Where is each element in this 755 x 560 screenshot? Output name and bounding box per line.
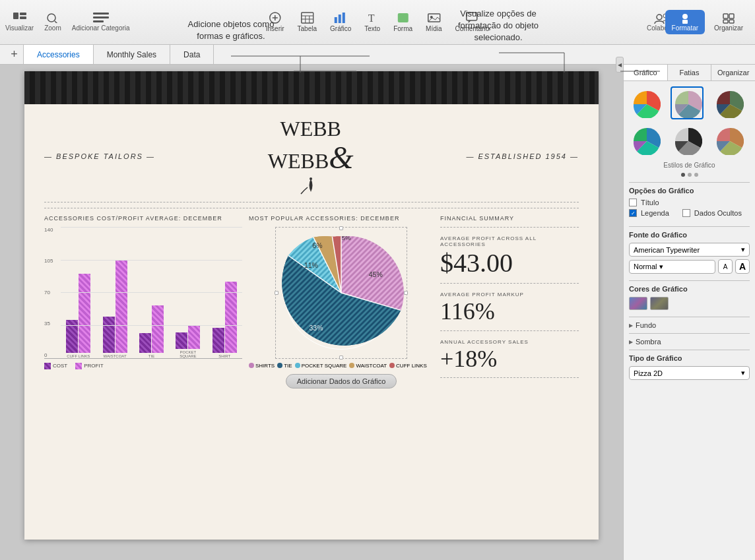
insert-button[interactable]: Inserir	[262, 9, 288, 35]
chart-type-chevron: ▾	[741, 369, 745, 377]
tab-right-area	[214, 45, 755, 64]
legend-profit-label: PROFIT	[84, 363, 103, 369]
shadow-disclosure[interactable]: ▶ Sombra	[629, 338, 750, 346]
add-category-button[interactable]: Adicionar Categoria	[72, 13, 130, 32]
panel-collapse-arrow[interactable]: ◀	[616, 57, 624, 73]
page-content: — BESPOKE TAILORS — WEBB WEBB& — ESTABLI…	[24, 104, 599, 402]
chart-type-value: Pizza 2D	[634, 369, 663, 377]
font-style-select[interactable]: Normal ▾	[629, 260, 715, 274]
markup-label: AVERAGE PROFIT MARKUP	[440, 292, 579, 297]
chart-label: Gráfico	[330, 25, 351, 32]
svg-rect-26	[398, 13, 409, 22]
fin-dashed-3	[440, 330, 579, 331]
add-tab-button[interactable]: +	[5, 45, 24, 64]
chart-type-select[interactable]: Pizza 2D ▾	[629, 366, 750, 380]
organize-button[interactable]: Organizar	[707, 10, 750, 34]
panel-tab-organizar[interactable]: Organizar	[711, 65, 755, 80]
brand-left-text: — BESPOKE TAILORS —	[44, 152, 155, 160]
option-title-row: Título	[629, 199, 750, 206]
title-checkbox[interactable]	[629, 199, 637, 206]
bar-group-waistcoat: WAISTCOAT	[102, 261, 128, 358]
pie-legend-pocket: POCKET SQUARE	[295, 363, 347, 369]
y-label-140: 140	[44, 227, 53, 233]
resize-handle-right[interactable]	[404, 291, 408, 295]
bar-profit-shirt	[225, 282, 237, 353]
format-button[interactable]: Formatar	[665, 10, 706, 34]
svg-point-32	[682, 14, 688, 19]
chart-button[interactable]: Gráfico	[326, 9, 355, 35]
pie-legend-pocket-dot	[295, 363, 300, 368]
canvas-area[interactable]: — BESPOKE TAILORS — WEBB WEBB& — ESTABLI…	[0, 65, 623, 560]
font-name-value: American Typewriter	[634, 246, 700, 254]
font-size-small-btn[interactable]: A	[718, 259, 733, 274]
svg-rect-8	[20, 16, 26, 19]
text-button[interactable]: T Texto	[360, 9, 384, 35]
chart-style-6[interactable]	[712, 123, 745, 156]
table-label: Tabela	[298, 25, 317, 32]
resize-handle-top[interactable]	[339, 226, 343, 230]
comment-button[interactable]: Comentário	[451, 9, 494, 35]
bar-pair-cuff-links	[66, 274, 90, 353]
color-swatch-1[interactable]	[629, 297, 647, 310]
legend-checkbox[interactable]	[629, 209, 637, 217]
media-button[interactable]: Mídia	[422, 9, 445, 35]
chart-style-1[interactable]	[629, 86, 662, 119]
bar-chart-title: ACCESSORIES COST/PROFIT AVERAGE: DECEMBE…	[44, 215, 242, 222]
chart-style-2[interactable]	[671, 86, 704, 119]
font-style-chevron: ▾	[659, 263, 663, 270]
pie-legend-waistcoat-dot	[349, 363, 354, 368]
color-swatch-2[interactable]	[650, 297, 669, 310]
svg-rect-36	[723, 20, 728, 23]
pie-legend: SHIRTS TIE POCKET SQUARE	[249, 363, 434, 369]
divider-4	[629, 317, 750, 317]
svg-rect-29	[466, 13, 476, 20]
font-size-large-btn[interactable]: A	[735, 259, 750, 274]
resize-handle-left[interactable]	[275, 291, 279, 295]
hidden-data-checkbox[interactable]	[682, 209, 690, 217]
zoom-button[interactable]: Zoom	[44, 13, 61, 32]
bar-label-tie: TIE	[138, 354, 164, 358]
organize-label: Organizar	[714, 24, 743, 32]
pie-legend-pocket-label: POCKET SQUARE	[302, 363, 347, 369]
bar-group-pocket-square: POCKET SQUARE	[175, 325, 201, 358]
add-chart-data-button[interactable]: Adicionar Dados do Gráfico	[286, 374, 397, 389]
background-disclosure[interactable]: ▶ Fundo	[629, 321, 750, 329]
chart-style-3[interactable]	[712, 86, 745, 119]
divider-3	[629, 280, 750, 281]
legend-profit: PROFIT	[75, 363, 103, 369]
pie-legend-tie-label: TIE	[284, 363, 292, 369]
tab-accessories[interactable]: Accessories	[24, 45, 94, 64]
divider-1	[629, 182, 750, 183]
toolbar-right: Formatar Organizar	[665, 10, 750, 34]
view-button[interactable]: Visualizar	[5, 13, 34, 32]
bar-chart-column: ACCESSORIES COST/PROFIT AVERAGE: DECEMBE…	[44, 215, 242, 389]
bar-pair-waistcoat	[103, 261, 127, 353]
font-style-value: Normal	[634, 263, 657, 270]
y-label-0: 0	[44, 352, 53, 358]
panel-tab-fatias[interactable]: Fatias	[668, 65, 712, 80]
dot-3[interactable]	[694, 173, 698, 177]
legend-cost-icon	[44, 363, 51, 369]
svg-rect-17	[301, 13, 313, 23]
panel-tab-grafico[interactable]: Gráfico	[624, 65, 668, 80]
pie-pct-cuff: 5%	[342, 234, 351, 241]
dot-2[interactable]	[688, 173, 692, 177]
brand-name-line2: WEBB&	[268, 140, 354, 175]
background-label: Fundo	[636, 321, 656, 329]
resize-handle-bottom[interactable]	[339, 356, 343, 359]
tab-data[interactable]: Data	[170, 45, 214, 64]
font-name-select[interactable]: American Typewriter ▾	[629, 243, 750, 257]
text-label: Texto	[364, 25, 380, 32]
table-button[interactable]: Tabela	[294, 9, 321, 35]
panel-body: Estilos de Gráfico Opções do Gráfico Tít…	[624, 81, 755, 560]
pie-chart-wrapper[interactable]: 45% 33% 11% 6% 5%	[275, 227, 407, 359]
chart-style-5[interactable]	[671, 123, 704, 156]
zoom-label: Zoom	[44, 24, 61, 32]
pie-chart-svg: 45% 33% 11% 6% 5%	[279, 230, 404, 356]
font-size-small-label: A	[723, 263, 728, 270]
chart-options-title: Opções do Gráfico	[629, 187, 750, 195]
shape-button[interactable]: Forma	[389, 9, 416, 35]
tab-monthly-sales[interactable]: Monthly Sales	[94, 45, 170, 64]
chart-style-4[interactable]	[629, 123, 662, 156]
dot-1[interactable]	[681, 173, 685, 177]
